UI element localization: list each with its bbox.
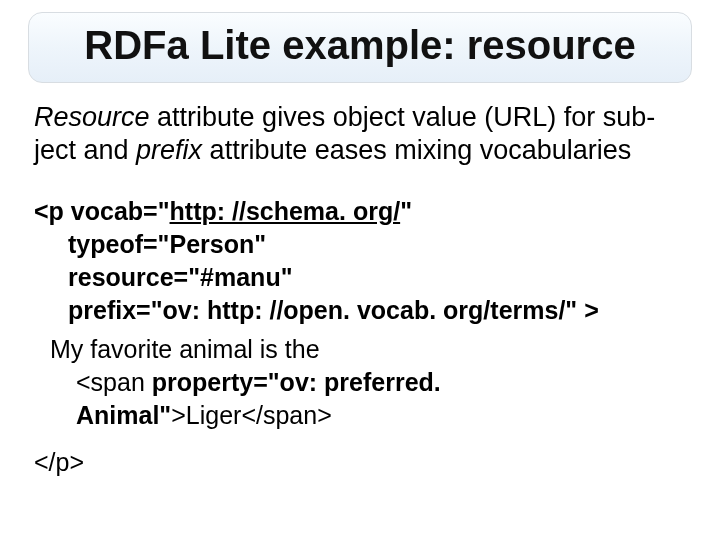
code-line-4: prefix="ov: http: //open. vocab. org/ter… — [34, 294, 686, 327]
code-line-3: resource="#manu" — [34, 261, 686, 294]
code-line-7: </p> — [34, 446, 686, 479]
code-line-1: <p vocab="http: //schema. org/" — [34, 195, 686, 228]
code-l1b: http: //schema. org/ — [170, 197, 401, 225]
code-l6c: >Liger</span> — [171, 401, 332, 429]
code-line-2: typeof="Person" — [34, 228, 686, 261]
code-l1a: <p vocab=" — [34, 197, 170, 225]
code-block: <p vocab="http: //schema. org/" typeof="… — [34, 195, 686, 479]
body: Resource attribute gives object value (U… — [34, 101, 686, 479]
intro-paragraph: Resource attribute gives object value (U… — [34, 101, 686, 167]
slide: RDFa Lite example: resource Resource att… — [0, 12, 720, 540]
code-l1c: " — [400, 197, 412, 225]
code-line-5: My favorite animal is the — [34, 333, 686, 366]
intro-text-2: attribute eases mixing vocabularies — [202, 135, 631, 165]
code-line-6: <span property="ov: preferred. Animal">L… — [34, 366, 686, 432]
code-l6a: <span — [76, 368, 152, 396]
intro-word-prefix: prefix — [136, 135, 202, 165]
intro-word-resource: Resource — [34, 102, 150, 132]
title-box: RDFa Lite example: resource — [28, 12, 692, 83]
page-title: RDFa Lite example: resource — [49, 23, 671, 68]
